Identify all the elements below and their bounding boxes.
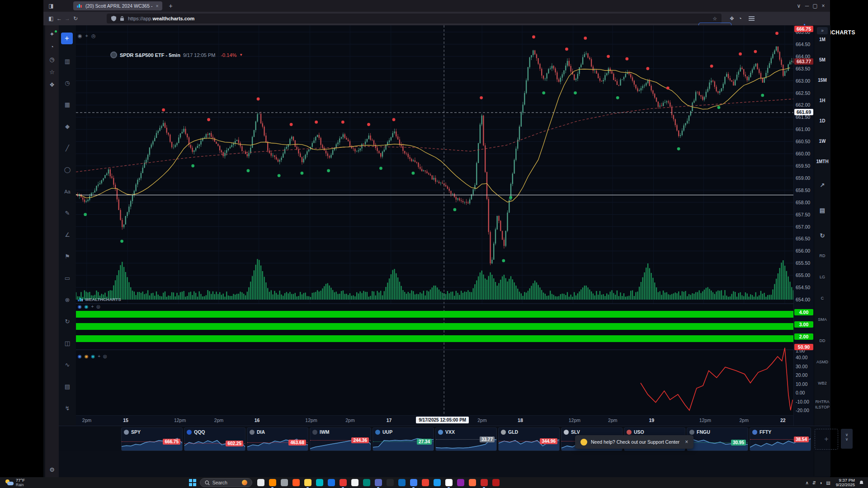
watchlist-collapse-button[interactable]: ∨∨ (841, 429, 853, 449)
support-tooltip[interactable]: Need help? Check out our Support Center … (575, 435, 693, 449)
draw-tool[interactable]: ✎ (59, 208, 76, 219)
tray-expand-icon[interactable]: ∧ (806, 480, 809, 485)
tray-network-icon[interactable]: ▤ (826, 480, 830, 485)
account-icon[interactable]: ◔ (736, 15, 744, 22)
main-chart[interactable]: SPDR S&P500 ETF - 5min 9/17 12:05 PM -0.… (76, 25, 793, 415)
indicator-label-c[interactable]: C (814, 296, 830, 300)
weather-widget[interactable]: 77°F Rain (5, 478, 25, 487)
timeframe-1w[interactable]: 1W (814, 139, 830, 144)
list-tabs-icon[interactable]: ∨ (795, 3, 803, 9)
taskbar-app-icon[interactable] (445, 479, 453, 486)
timeframe-1h[interactable]: 1H (814, 98, 830, 103)
address-bar[interactable]: https://app.wealthcharts.com ☆ (107, 14, 722, 23)
watchlist-card-gld[interactable]: GLD344.96 (498, 427, 560, 451)
timeframe-1m[interactable]: 1M (814, 37, 830, 42)
text-tool[interactable]: Aa (59, 186, 76, 197)
sidebar-settings-icon[interactable]: ⚙ (45, 465, 59, 475)
watchlist-card-qqq[interactable]: QQQ602.25 (184, 427, 245, 451)
taskbar-app-icon[interactable] (398, 479, 406, 486)
timeframe-15m[interactable]: 15M (814, 78, 830, 83)
indicator-label-wb2[interactable]: WB2 (814, 381, 830, 385)
taskbar-app-icon[interactable] (351, 479, 359, 486)
watchlist-card-iwm[interactable]: IWM244.36 (310, 427, 371, 451)
browser-tab[interactable]: (20) Scott APRIL 2024 WC365 - × (73, 1, 162, 10)
signal-panel-icons[interactable]: ◉◉+◎ (78, 304, 100, 309)
taskbar-app-icon[interactable] (340, 479, 347, 486)
time-tool[interactable]: ◷ (59, 78, 76, 89)
layout-tool[interactable]: ◫ (59, 338, 76, 349)
ai-sparkle-icon[interactable]: ✦ (45, 29, 59, 40)
price-axis[interactable]: 665.00664.50664.00663.50663.00662.50662.… (793, 25, 814, 426)
notification-center-icon[interactable] (859, 480, 864, 486)
add-indicator-button[interactable]: + (61, 33, 73, 44)
rectangle-tool[interactable]: ▭ (59, 273, 76, 284)
indicator-label-stacked[interactable]: ILSTOP (814, 405, 830, 409)
oscillator-panel-icons[interactable]: ◉◉◉+◎ (78, 354, 107, 359)
close-button[interactable]: × (819, 3, 827, 9)
clock-widget[interactable]: 9:37 PM 9/22/2025 (836, 478, 855, 487)
timeframe-1mth[interactable]: 1MTH (814, 159, 830, 164)
vertical-tabs-icon[interactable]: ◨ (47, 3, 55, 9)
watchlist-card-uup[interactable]: UUP27.34 (373, 427, 434, 451)
taskbar-app-icon[interactable] (363, 479, 370, 486)
angle-tool[interactable]: ∠ (59, 230, 76, 240)
taskbar-app-icon[interactable] (410, 479, 417, 486)
watchlist-card-vxx[interactable]: VXX33.77 (435, 427, 497, 451)
taskbar-app-icon[interactable] (375, 479, 382, 486)
taskbar-app-icon[interactable] (469, 479, 476, 486)
calendar-tool[interactable]: ▦ (59, 99, 76, 110)
indicator-label-rd[interactable]: RD (814, 253, 830, 258)
taskbar-app-icon[interactable] (481, 479, 488, 486)
trend-icon[interactable]: ↗ (814, 182, 830, 188)
bars-chart-tool[interactable]: ▥ (59, 56, 76, 67)
taskbar-app-icon[interactable] (304, 479, 311, 486)
taskbar-app-icon[interactable] (257, 479, 264, 486)
extensions-icon[interactable]: ❖ (728, 15, 736, 22)
watchlist-card-fngu[interactable]: FNGU30.95 (687, 427, 748, 451)
list-tool[interactable]: ▤ (59, 381, 76, 392)
back-icon[interactable]: ← (55, 15, 63, 22)
taskbar-app-icon[interactable] (316, 479, 323, 486)
extensions-icon[interactable]: ❖ (45, 80, 59, 90)
remove-tool[interactable]: ⊗ (59, 295, 76, 305)
wave-tool[interactable]: ∿ (59, 360, 76, 371)
taskbar-app-icon[interactable] (328, 479, 335, 486)
tab-close-icon[interactable]: × (156, 3, 158, 9)
watchlist-card-ffty[interactable]: FFTY38.54 (750, 427, 811, 451)
shield-icon[interactable] (111, 16, 116, 21)
indicator-label-dd[interactable]: DD (814, 338, 830, 343)
indicator-label-stacked[interactable]: RHTRA (814, 399, 830, 404)
maximize-button[interactable]: ▢ (811, 3, 819, 9)
bookmarks-icon[interactable]: ☆ (45, 67, 59, 78)
indicator-label-sma[interactable]: SMA (814, 317, 830, 322)
history-icon[interactable]: ◷ (45, 54, 59, 65)
notes-icon[interactable]: ▤ (814, 207, 830, 214)
timeframe-5m[interactable]: 5M (814, 57, 830, 62)
timeframe-1d[interactable]: 1D (814, 118, 830, 123)
indicator-label-asmd[interactable]: ASMD (814, 360, 830, 364)
taskbar-app-icon[interactable] (422, 479, 429, 486)
add-watchlist-symbol-button[interactable]: + (815, 429, 838, 450)
tray-volume-icon[interactable]: ◗ (820, 480, 822, 485)
refresh-tool[interactable]: ↻ (59, 316, 76, 327)
taskbar-app-icon[interactable] (281, 479, 288, 486)
lightning-tool[interactable]: ↯ (59, 403, 76, 414)
taskbar-app-icon[interactable] (492, 479, 500, 486)
time-axis[interactable]: 2pm1512pm2pm1612pm2pm172pm1812pm2pm1912p… (76, 415, 793, 426)
new-tab-button[interactable]: + (167, 2, 175, 9)
chart-quick-icons[interactable]: ◉+◎ (78, 33, 96, 39)
bookmark-star-icon[interactable]: ☆ (712, 16, 717, 22)
minimize-button[interactable]: ─ (803, 3, 811, 9)
trendline-tool[interactable]: ╱ (59, 143, 76, 154)
collapse-right-icon[interactable]: » (817, 27, 828, 34)
taskbar-app-icon[interactable] (387, 479, 394, 486)
sidebar-toggle-icon[interactable]: ◧ (47, 15, 55, 22)
menu-icon[interactable] (749, 15, 755, 22)
shapes-tool[interactable]: ◆ (59, 121, 76, 132)
taskbar-app-icon[interactable] (434, 479, 441, 486)
tooltip-close-icon[interactable]: × (685, 439, 688, 445)
watchlist-card-spy[interactable]: SPY666.75 (121, 427, 183, 451)
reload-icon[interactable]: ↻ (71, 15, 80, 22)
taskbar-app-icon[interactable] (269, 479, 276, 486)
forward-icon[interactable]: → (63, 15, 71, 22)
